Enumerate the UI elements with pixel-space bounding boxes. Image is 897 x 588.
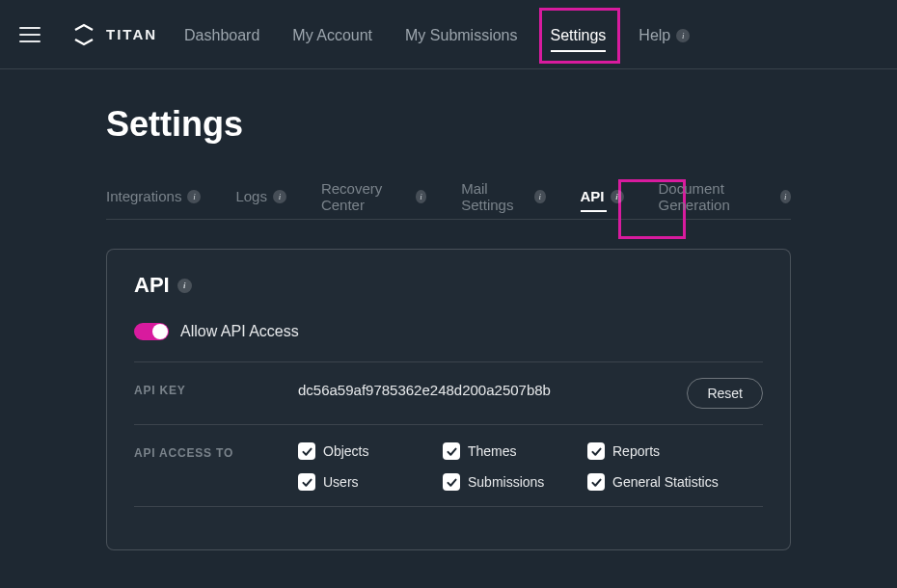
info-icon <box>187 190 201 203</box>
access-themes[interactable]: Themes <box>443 442 549 460</box>
info-icon <box>177 279 192 293</box>
checkbox-checked-icon <box>587 473 605 491</box>
tab-integrations[interactable]: Integrations <box>106 174 201 220</box>
nav-dashboard[interactable]: Dashboard <box>184 0 259 69</box>
tab-label: Logs <box>235 188 267 204</box>
access-general-statistics[interactable]: General Statistics <box>587 473 742 491</box>
tab-label: Recovery Center <box>321 180 410 213</box>
checkbox-label: Objects <box>323 443 368 459</box>
card-title-text: API <box>134 273 170 298</box>
checkbox-label: Reports <box>612 443 660 459</box>
access-reports[interactable]: Reports <box>587 442 693 460</box>
toggle-knob <box>152 324 168 339</box>
access-objects[interactable]: Objects <box>298 442 404 460</box>
nav-label: Help <box>639 27 670 44</box>
page-title: Settings <box>106 104 791 145</box>
divider <box>134 361 763 362</box>
allow-api-access-toggle[interactable] <box>134 323 169 340</box>
info-icon <box>534 190 545 203</box>
divider <box>134 424 763 425</box>
nav-my-submissions[interactable]: My Submissions <box>405 0 517 69</box>
checkbox-checked-icon <box>298 473 315 491</box>
settings-tabs: Integrations Logs Recovery Center Mail S… <box>106 174 791 220</box>
info-icon <box>780 190 791 203</box>
tab-mail-settings[interactable]: Mail Settings <box>461 174 545 220</box>
tab-document-generation[interactable]: Document Generation <box>659 174 791 220</box>
api-key-row: API KEY dc56a59af9785362e248d200a2507b8b… <box>134 378 763 409</box>
api-key-label: API KEY <box>134 378 279 397</box>
checkbox-checked-icon <box>443 442 460 460</box>
info-icon <box>273 190 286 203</box>
tab-logs[interactable]: Logs <box>235 174 286 220</box>
checkbox-checked-icon <box>587 442 605 460</box>
page-content: Settings Integrations Logs Recovery Cent… <box>0 69 897 550</box>
nav-help[interactable]: Help <box>639 0 690 69</box>
brand[interactable]: TITAN <box>71 22 157 47</box>
toggle-label: Allow API Access <box>180 323 299 340</box>
checkbox-checked-icon <box>443 473 460 491</box>
api-card: API Allow API Access API KEY dc56a59af97… <box>106 249 791 550</box>
api-key-value: dc56a59af9785362e248d200a2507b8b <box>298 378 667 398</box>
info-icon <box>416 190 426 203</box>
tab-label: Integrations <box>106 188 181 204</box>
api-access-to-row: API ACCESS TO Objects Themes Reports Use… <box>134 441 763 491</box>
nav-my-account[interactable]: My Account <box>292 0 372 69</box>
divider <box>134 506 763 507</box>
allow-api-access-row: Allow API Access <box>134 323 763 340</box>
nav-settings[interactable]: Settings <box>551 0 607 69</box>
nav-label: Dashboard <box>184 27 259 44</box>
access-users[interactable]: Users <box>298 473 404 491</box>
checkbox-label: Submissions <box>468 474 544 490</box>
checkbox-label: Themes <box>468 443 517 459</box>
primary-nav: Dashboard My Account My Submissions Sett… <box>184 0 690 69</box>
info-icon <box>676 29 690 42</box>
menu-icon[interactable] <box>19 23 42 46</box>
checkbox-checked-icon <box>298 442 315 460</box>
nav-label: My Account <box>292 27 372 44</box>
access-submissions[interactable]: Submissions <box>443 473 549 491</box>
tab-label: API <box>581 188 605 204</box>
topbar: TITAN Dashboard My Account My Submission… <box>0 0 897 69</box>
api-access-options: Objects Themes Reports Users Submissions <box>298 441 763 491</box>
tab-label: Mail Settings <box>461 180 529 213</box>
nav-label: Settings <box>551 27 607 44</box>
tab-api[interactable]: API <box>581 174 624 220</box>
info-icon <box>611 190 624 203</box>
tab-label: Document Generation <box>659 180 775 213</box>
api-access-to-label: API ACCESS TO <box>134 441 279 460</box>
tab-recovery-center[interactable]: Recovery Center <box>321 174 426 220</box>
checkbox-label: General Statistics <box>612 474 719 490</box>
reset-button[interactable]: Reset <box>687 378 763 409</box>
brand-name: TITAN <box>106 26 157 42</box>
card-title: API <box>134 273 763 298</box>
checkbox-label: Users <box>323 474 359 490</box>
logo-icon <box>71 22 96 47</box>
nav-label: My Submissions <box>405 27 517 44</box>
